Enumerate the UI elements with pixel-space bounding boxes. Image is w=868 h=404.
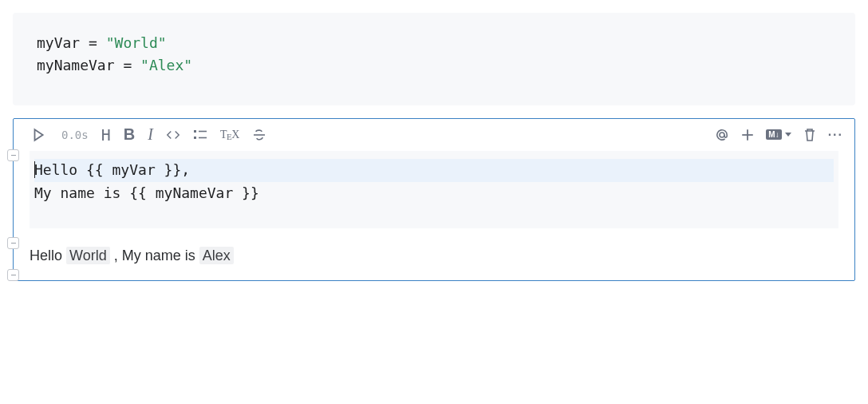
code-token-string: "World" bbox=[106, 34, 167, 51]
markdown-source-line: My name is {{ myNameVar }} bbox=[34, 184, 259, 201]
list-button[interactable] bbox=[193, 128, 207, 142]
code-token-string: "Alex" bbox=[140, 57, 192, 73]
heading-button[interactable]: H bbox=[101, 125, 111, 145]
run-time-label: 0.0s bbox=[61, 129, 89, 141]
code-token-op: = bbox=[115, 57, 141, 73]
plus-icon bbox=[740, 128, 755, 142]
markdown-source-editor[interactable]: Hello {{ myVar }}, My name is {{ myNameV… bbox=[30, 151, 838, 229]
markdown-mode-button[interactable]: M↓ bbox=[766, 129, 791, 140]
run-button[interactable] bbox=[31, 128, 45, 142]
code-button[interactable] bbox=[166, 128, 180, 142]
bold-button[interactable]: B bbox=[124, 125, 135, 144]
code-token-var: myVar bbox=[37, 34, 80, 51]
toolbar-right-group: M↓ ··· bbox=[715, 128, 843, 142]
output-text: , My name is bbox=[114, 248, 199, 263]
add-button[interactable] bbox=[740, 128, 755, 142]
code-line: myVar = "World" bbox=[37, 32, 836, 54]
svg-point-5 bbox=[720, 133, 724, 137]
output-text: Hello bbox=[30, 248, 66, 263]
markdown-source-line: Hello {{ myVar }}, bbox=[34, 161, 190, 178]
chevron-down-icon bbox=[785, 133, 791, 137]
code-line: myNameVar = "Alex" bbox=[37, 54, 836, 77]
italic-button[interactable]: I bbox=[148, 125, 153, 144]
toolbar-left-group: 0.0s H B I TEX bbox=[31, 125, 266, 145]
markdown-rendered-output: Hello World , My name is Alex bbox=[14, 235, 854, 271]
markdown-badge-icon: M↓ bbox=[766, 129, 781, 140]
code-cell: myVar = "World" myNameVar = "Alex" bbox=[13, 13, 855, 105]
gutter-marker[interactable] bbox=[7, 269, 19, 281]
markdown-cell: 0.0s H B I TEX bbox=[13, 118, 855, 282]
delete-button[interactable] bbox=[803, 128, 817, 142]
interpolated-value: World bbox=[66, 247, 110, 264]
gutter-marker[interactable] bbox=[7, 149, 19, 161]
play-icon bbox=[31, 128, 45, 142]
trash-icon bbox=[803, 128, 817, 142]
cell-toolbar: 0.0s H B I TEX bbox=[14, 119, 854, 151]
list-icon bbox=[193, 128, 207, 142]
strikethrough-icon bbox=[252, 128, 266, 142]
interpolated-value: Alex bbox=[199, 247, 234, 264]
code-token-var: myNameVar bbox=[37, 57, 115, 73]
svg-rect-0 bbox=[194, 130, 196, 133]
gutter-marker[interactable] bbox=[7, 237, 19, 249]
code-token-op: = bbox=[80, 34, 106, 51]
tex-button[interactable]: TEX bbox=[220, 129, 239, 141]
more-button[interactable]: ··· bbox=[828, 128, 843, 142]
mention-button[interactable] bbox=[715, 128, 729, 142]
code-icon bbox=[166, 128, 180, 142]
at-icon bbox=[715, 128, 729, 142]
svg-rect-2 bbox=[194, 137, 196, 139]
strikethrough-button[interactable] bbox=[252, 128, 266, 142]
